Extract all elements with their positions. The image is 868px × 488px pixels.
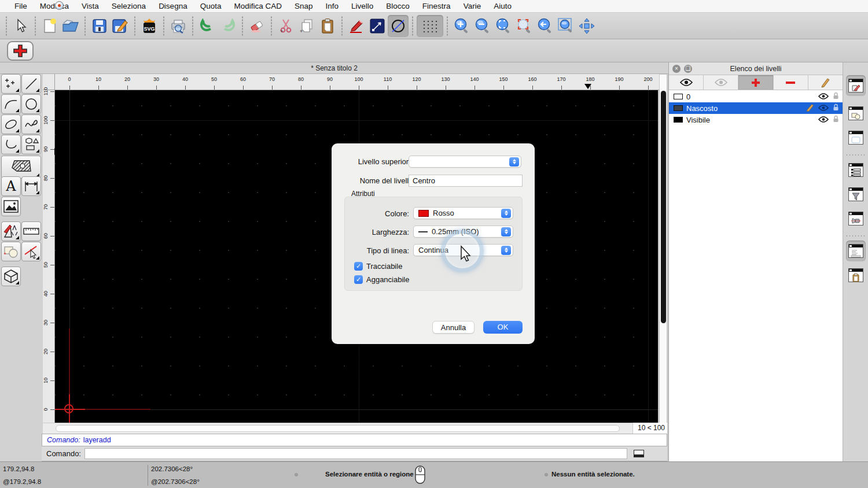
edit-layer-button[interactable] (808, 75, 843, 90)
menu-livello[interactable]: Livello (345, 0, 380, 13)
layer-visibility-eye-icon[interactable] (818, 116, 829, 124)
point-tool-button[interactable] (1, 74, 21, 94)
ellipse-tool-button[interactable] (1, 114, 21, 134)
measure-tool-button[interactable] (21, 221, 41, 241)
add-layer-button[interactable] (738, 75, 773, 90)
checkbox-checked-icon[interactable]: ✓ (354, 262, 363, 271)
selection-filter-toggle[interactable] (846, 184, 866, 205)
open-file-button[interactable] (60, 15, 81, 37)
menu-quota[interactable]: Quota (194, 0, 228, 13)
command-input[interactable] (84, 448, 627, 459)
command-line-toggle[interactable] (846, 241, 866, 261)
zoom-previous-button[interactable] (514, 15, 535, 37)
menu-finestra[interactable]: Finestra (416, 0, 457, 13)
layer-visibility-eye-icon[interactable] (818, 93, 829, 101)
block-list-toggle[interactable] (846, 103, 866, 124)
layer-row-visibile[interactable]: Visibile (669, 114, 843, 125)
paste-button[interactable] (317, 15, 338, 37)
panel-close-icon[interactable]: × (672, 65, 681, 73)
save-as-button[interactable] (110, 15, 131, 37)
menu-file[interactable]: File (8, 0, 34, 13)
menu-vista[interactable]: Vista (75, 0, 105, 13)
zoom-pan-button[interactable] (576, 15, 597, 37)
color-combo[interactable]: Rosso (413, 207, 513, 219)
layer-name-field[interactable]: Centro (409, 175, 523, 187)
circle-tool-button[interactable] (21, 94, 41, 114)
horizontal-scrollbar-thumb[interactable] (56, 425, 620, 432)
image-tool-button[interactable] (1, 197, 21, 216)
layer-lock-icon[interactable] (833, 103, 839, 113)
library-browser-toggle[interactable] (846, 127, 866, 148)
layer-name-label: Nome del livello: (340, 176, 415, 185)
grid-toggle-button[interactable] (417, 15, 443, 37)
hide-all-layers-button[interactable] (704, 75, 738, 90)
dimension-tool-button[interactable] (21, 176, 41, 196)
zoom-window-button[interactable] (556, 15, 576, 37)
panel-undock-icon[interactable]: ❏ (684, 65, 692, 73)
menu-snap[interactable]: Snap (288, 0, 319, 13)
text-tool-button[interactable]: A (1, 176, 21, 196)
menu-seleziona[interactable]: Seleziona (105, 0, 152, 13)
freehand-draw-button[interactable] (346, 15, 367, 37)
view-3d-tool-button[interactable] (1, 267, 21, 286)
menu-varie[interactable]: Varie (457, 0, 488, 13)
menu-modifica[interactable]: Modifica (34, 0, 75, 13)
line-tool-button[interactable] (21, 74, 41, 94)
command-widget-toggle-button[interactable] (632, 449, 646, 459)
clipboard-panel-toggle[interactable] (846, 265, 866, 286)
snappable-checkbox-row[interactable]: ✓ Agganciabile (354, 275, 409, 284)
layer-visibility-eye-icon[interactable] (818, 104, 829, 113)
spline-tool-button[interactable] (21, 114, 41, 134)
svg-export-button[interactable]: SVG (139, 15, 160, 37)
cancel-button[interactable]: Annulla (432, 321, 475, 334)
zoom-in-button[interactable] (451, 15, 472, 37)
zoom-auto-button[interactable] (493, 15, 514, 37)
v-ruler-tick (50, 207, 54, 208)
document-tab-bar[interactable]: * Senza titolo 2 (0, 62, 668, 74)
arc-tool-button[interactable] (1, 94, 21, 114)
menu-info[interactable]: Info (319, 0, 345, 13)
vertical-scrollbar-thumb[interactable] (661, 91, 666, 323)
zoom-back-button[interactable] (535, 15, 556, 37)
line-tool-button[interactable] (367, 15, 388, 37)
menu-disegna[interactable]: Disegna (152, 0, 194, 13)
selection-pointer-button[interactable] (10, 15, 31, 37)
redo-button[interactable] (218, 15, 238, 37)
menu-blocco[interactable]: Blocco (380, 0, 416, 13)
parent-layer-combo[interactable] (409, 156, 521, 168)
print-preview-button[interactable] (168, 15, 189, 37)
polyline-tool-button[interactable] (1, 135, 21, 154)
erase-button[interactable] (247, 15, 267, 37)
layer-row-0[interactable]: 0 (669, 91, 843, 102)
checkbox-checked-icon[interactable]: ✓ (354, 275, 363, 284)
menu-aiuto[interactable]: Aiuto (487, 0, 518, 13)
layer-row-nascosto[interactable]: Nascosto (669, 102, 843, 114)
snap-tool-button[interactable] (21, 242, 41, 261)
plottable-checkbox-row[interactable]: ✓ Tracciabile (354, 262, 402, 271)
view-toggle[interactable] (846, 208, 866, 229)
save-button[interactable] (89, 15, 110, 37)
property-editor-toggle[interactable] (846, 75, 866, 96)
add-layer-tool-button[interactable] (7, 41, 34, 61)
svg-export-icon: SVG (142, 18, 157, 34)
layer-edit-pencil-icon[interactable] (806, 103, 814, 113)
cut-button[interactable]: + (275, 15, 296, 37)
canvas-horizontal-scrollbar[interactable] (43, 423, 632, 434)
menu-modifica-cad[interactable]: Modifica CAD (227, 0, 288, 13)
ok-button[interactable]: OK (483, 321, 523, 334)
shape-tool-button[interactable] (21, 135, 41, 154)
layer-lock-icon[interactable] (833, 92, 839, 101)
undo-button[interactable] (197, 15, 218, 37)
modify-tool-button[interactable] (1, 221, 21, 241)
info-tool-button[interactable] (1, 242, 21, 261)
hatch-tool-button[interactable] (1, 156, 41, 179)
zoom-out-button[interactable] (472, 15, 493, 37)
layer-lock-icon[interactable] (833, 115, 839, 124)
show-all-layers-button[interactable] (669, 75, 704, 90)
copy-button[interactable]: + (296, 15, 317, 37)
circle-tool-button[interactable] (388, 15, 409, 37)
new-file-button[interactable] (39, 15, 60, 37)
remove-layer-button[interactable] (774, 75, 808, 90)
layer-list-toggle[interactable] (846, 160, 866, 180)
canvas-vertical-scrollbar[interactable] (659, 74, 667, 434)
